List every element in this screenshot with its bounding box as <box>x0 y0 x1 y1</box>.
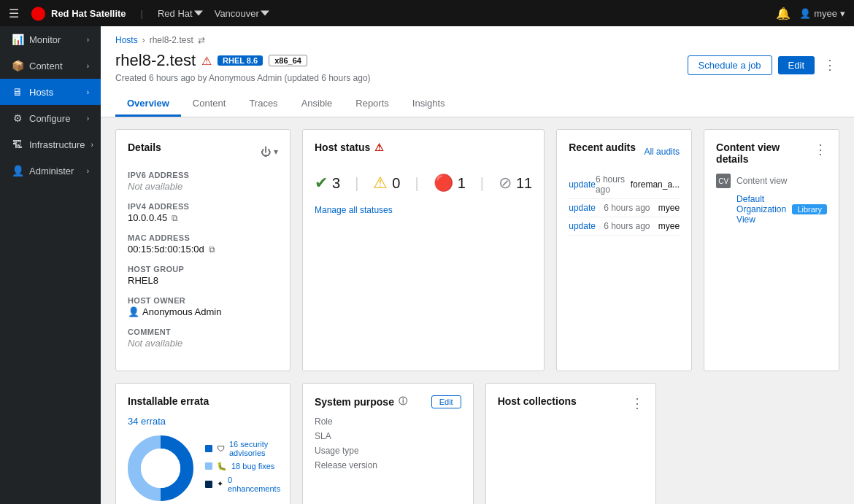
host-alert-icon: ⚠ <box>201 54 212 68</box>
hosts-icon: 🖥 <box>12 86 23 98</box>
org-selector[interactable]: Red Hat <box>158 8 203 19</box>
sidebar-item-hosts[interactable]: 🖥 Hosts › <box>0 79 101 105</box>
status-disabled-item: ⊘ 11 <box>499 174 532 193</box>
errata-pie-chart <box>128 435 193 501</box>
syspurpose-help-icon: ⓘ <box>399 395 407 408</box>
syspurpose-sla-label: SLA <box>315 431 380 441</box>
audit-action-2[interactable]: update <box>569 221 596 231</box>
host-status-card: Host status ⚠ ✔ 3 | ⚠ 0 | <box>302 129 545 371</box>
page-header: Hosts › rhel8-2.test ⇄ rhel8-2.test ⚠ RH… <box>101 26 854 117</box>
sidebar-label-monitor: Monitor <box>29 34 61 45</box>
audit-action-1[interactable]: update <box>569 203 596 213</box>
legend-security-dot <box>205 445 212 452</box>
host-collections-card: Host collections ⋮ <box>485 383 657 504</box>
syspurpose-usage-label: Usage type <box>315 446 380 456</box>
errata-count-link[interactable]: 34 errata <box>128 416 278 427</box>
location-name: Vancouver <box>215 8 259 19</box>
legend-bug-link[interactable]: 18 bug fixes <box>231 462 274 470</box>
monitor-icon: 📊 <box>12 34 23 45</box>
status-disabled-count: 11 <box>516 175 532 192</box>
audits-header: Recent audits All audits <box>569 141 680 162</box>
errata-legend: 🛡 16 security advisories 🐛 18 bug fixes … <box>205 440 280 497</box>
tab-content[interactable]: Content <box>181 92 238 117</box>
cv-name-label: Content view <box>736 176 787 186</box>
main-content: Hosts › rhel8-2.test ⇄ rhel8-2.test ⚠ RH… <box>101 26 854 504</box>
status-disabled-icon: ⊘ <box>499 174 512 193</box>
status-counts-row: ✔ 3 | ⚠ 0 | 🔴 1 | ⊘ <box>315 174 532 193</box>
syspurpose-edit-button[interactable]: Edit <box>431 395 461 408</box>
system-purpose-card: System purpose ⓘ Edit Role SLA Usage typ… <box>302 383 474 504</box>
sidebar: 📊 Monitor › 📦 Content › 🖥 Hosts › ⚙ Conf… <box>0 26 101 504</box>
sidebar-item-administer[interactable]: 👤 Administer › <box>0 158 101 184</box>
hosts-chevron-icon: › <box>87 88 89 96</box>
errata-chart-area: 🛡 16 security advisories 🐛 18 bug fixes … <box>128 435 278 501</box>
hc-title: Host collections <box>498 395 577 407</box>
audit-action-0[interactable]: update <box>569 179 596 190</box>
location-selector[interactable]: Vancouver <box>215 8 269 19</box>
legend-enh: ✦ 0 enhancements <box>205 476 280 493</box>
tab-insights[interactable]: Insights <box>401 92 457 117</box>
status-sep1: | <box>355 175 358 192</box>
status-title-row: Host status ⚠ <box>315 141 532 162</box>
copy-ipv4-button[interactable]: ⧉ <box>170 213 180 223</box>
tab-overview[interactable]: Overview <box>115 92 181 117</box>
manage-statuses-link[interactable]: Manage all statuses <box>315 205 393 215</box>
sidebar-label-content: Content <box>29 61 63 71</box>
details-dropdown-icon[interactable]: ▾ <box>274 147 278 157</box>
status-sep3: | <box>480 175 484 192</box>
ipv4-section: IPv4 address 10.0.0.45 ⧉ <box>128 202 278 223</box>
legend-enh-link[interactable]: 0 enhancements <box>228 476 280 493</box>
org-name: Red Hat <box>158 8 193 19</box>
schedule-job-button[interactable]: Schedule a job <box>688 55 772 75</box>
tab-reports[interactable]: Reports <box>344 92 401 117</box>
sidebar-item-configure[interactable]: ⚙ Configure › <box>0 105 101 131</box>
sidebar-label-hosts: Hosts <box>29 87 53 98</box>
hc-more-button[interactable]: ⋮ <box>631 395 644 411</box>
cv-library-badge: Library <box>792 204 827 214</box>
breadcrumb-hosts-link[interactable]: Hosts <box>115 35 138 45</box>
sidebar-item-infrastructure[interactable]: 🏗 Infrastructure › <box>0 131 101 158</box>
status-warn-icon: ⚠ <box>373 174 388 193</box>
syspurpose-release-label: Release version <box>315 460 380 470</box>
status-check-item: ✔ 3 <box>315 174 340 193</box>
hamburger-icon[interactable]: ☰ <box>9 7 19 20</box>
all-audits-link[interactable]: All audits <box>644 147 680 157</box>
cv-more-button[interactable]: ⋮ <box>814 141 827 158</box>
content-row-1: Details ⏻ ▾ IPv6 address Not available I… <box>101 117 854 383</box>
ipv4-text: 10.0.0.45 <box>128 212 167 223</box>
status-sep2: | <box>415 175 418 192</box>
brand: ⬤ Red Hat Satellite <box>31 5 126 21</box>
status-error-item: 🔴 1 <box>434 174 466 193</box>
audit-row: update 6 hours ago foreman_a... <box>569 171 680 199</box>
edit-button[interactable]: Edit <box>778 56 815 74</box>
org-chevron-icon <box>194 9 203 18</box>
cv-row: CV Content view <box>716 174 827 188</box>
host-title-row: rhel8-2.test ⚠ RHEL 8.6 x86_64 <box>115 51 371 70</box>
more-options-button[interactable]: ⋮ <box>820 54 839 76</box>
legend-security: 🛡 16 security advisories <box>205 440 280 457</box>
copy-mac-button[interactable]: ⧉ <box>207 244 217 255</box>
notification-bell-icon[interactable]: 🔔 <box>776 7 790 20</box>
status-check-count: 3 <box>332 175 340 192</box>
sidebar-label-configure: Configure <box>29 113 70 124</box>
tab-traces[interactable]: Traces <box>237 92 289 117</box>
mac-label: MAC address <box>128 233 278 242</box>
errata-title: Installable errata <box>128 395 209 407</box>
legend-enh-dot <box>205 481 212 488</box>
user-menu[interactable]: 👤 myee ▾ <box>799 8 845 19</box>
sidebar-item-monitor[interactable]: 📊 Monitor › <box>0 26 101 53</box>
cv-title-row: Content view details ⋮ <box>716 141 827 174</box>
cv-name-link[interactable]: Default Organization View <box>736 194 786 225</box>
errata-title-row: Installable errata <box>128 395 278 416</box>
tab-ansible[interactable]: Ansible <box>290 92 345 117</box>
syspurpose-usage-row: Usage type <box>315 446 461 456</box>
power-icon[interactable]: ⏻ <box>261 146 271 158</box>
breadcrumb-link-icon[interactable]: ⇄ <box>198 35 205 45</box>
username: myee <box>814 8 837 19</box>
brand-name: Red Hat Satellite <box>51 8 126 19</box>
audit-time-0: 6 hours ago <box>596 174 631 195</box>
audit-time-1: 6 hours ago <box>604 203 650 213</box>
status-warn-item: ⚠ 0 <box>373 174 400 193</box>
legend-security-link[interactable]: 16 security advisories <box>229 440 280 457</box>
sidebar-item-content[interactable]: 📦 Content › <box>0 53 101 79</box>
